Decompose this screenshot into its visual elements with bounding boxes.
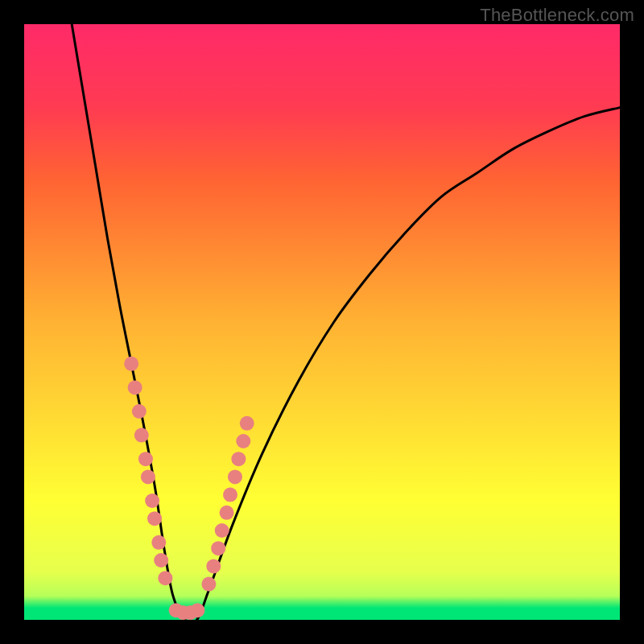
svg-point-5 <box>141 469 155 484</box>
svg-point-4 <box>138 452 153 466</box>
svg-point-22 <box>231 452 246 466</box>
svg-point-15 <box>201 577 216 592</box>
svg-point-0 <box>124 357 138 371</box>
svg-point-24 <box>240 416 254 431</box>
svg-point-20 <box>223 488 237 502</box>
svg-point-7 <box>147 511 162 526</box>
svg-point-18 <box>215 523 229 538</box>
svg-point-9 <box>154 553 168 568</box>
svg-point-8 <box>151 535 166 550</box>
main-curve <box>72 24 620 623</box>
svg-point-21 <box>228 469 242 484</box>
svg-point-23 <box>236 434 250 448</box>
svg-point-19 <box>220 506 234 520</box>
svg-point-1 <box>128 380 142 394</box>
frame: TheBottleneck.com <box>0 0 644 644</box>
plot-area <box>24 24 620 620</box>
svg-point-2 <box>132 404 147 419</box>
svg-point-16 <box>206 559 221 573</box>
svg-point-3 <box>134 428 149 443</box>
svg-point-6 <box>145 493 159 508</box>
watermark-text: TheBottleneck.com <box>480 5 634 26</box>
svg-point-10 <box>158 571 172 585</box>
dots-right <box>201 416 254 592</box>
svg-point-17 <box>211 541 225 555</box>
svg-point-14 <box>190 603 204 617</box>
chart-svg <box>24 24 620 620</box>
